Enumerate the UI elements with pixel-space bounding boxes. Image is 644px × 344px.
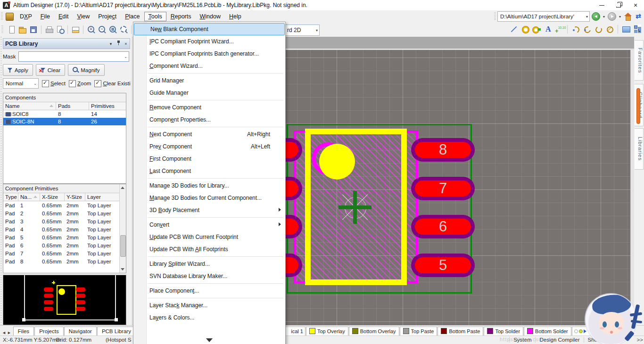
chevron-down-icon[interactable]: ▾ [314,28,319,33]
col-ysize[interactable]: Y-Size [65,193,85,201]
snap-tab[interactable]: Snap [594,327,613,336]
primitive-row-pad-2[interactable]: Pad20.65mm2mmTop Layer [3,209,126,217]
tools-menu-item-svn-database-library-maker[interactable]: SVN Database Library Maker... [133,270,285,282]
view-configuration-combo[interactable]: rd 2D ▾ [281,25,320,36]
snap-options-cluster[interactable] [572,327,594,336]
menu-tools[interactable]: Tools [144,12,166,21]
pin-icon[interactable] [115,41,122,47]
col-pads[interactable]: Pads [56,102,89,110]
mask-level-tab[interactable]: Ma [613,327,627,336]
save-document-icon[interactable] [29,25,38,34]
tools-menu-item-last-component[interactable]: Last Component [133,165,285,177]
panel-overflow-button[interactable]: >> [637,337,643,343]
layer-tab-ical-1[interactable]: ical 1 [285,327,305,336]
checkbox-select[interactable]: Select [42,80,66,87]
component-row-soic8[interactable]: SOIC8814 [3,110,126,118]
apply-button[interactable]: Apply [3,64,33,76]
place-pad-name-icon[interactable] [532,25,541,34]
arc-by-center-icon[interactable] [571,25,580,34]
tools-menu-item-new-blank-component[interactable]: New Blank Component [134,23,285,35]
tools-menu-item-place-component[interactable]: Place Component... [133,285,285,297]
place-string-icon[interactable] [543,25,553,34]
pad-7[interactable]: 7 [411,177,475,200]
tools-menu-item-grid-manager[interactable]: Grid Manager [133,74,285,87]
scroll-up-icon[interactable] [121,187,124,189]
tools-menu-item-3d-body-placement[interactable]: 3D Body Placement [133,204,285,216]
scroll-down-icon[interactable] [121,268,124,270]
chevron-down-icon[interactable]: ▾ [602,15,606,19]
tab-pcb-library[interactable]: PCB Library [97,327,136,336]
magnify-button[interactable]: Magnify [68,64,104,76]
zoom-in-icon[interactable] [86,25,96,34]
full-circle-icon[interactable] [605,25,614,34]
menu-file[interactable]: File [36,12,54,21]
chevron-down-icon[interactable]: ▾ [585,15,589,19]
col-name[interactable]: Name [3,102,56,110]
footprint-preview[interactable] [3,275,126,325]
menu-project[interactable]: Project [94,12,121,21]
window-arrange-icon[interactable] [71,25,80,34]
panel-menu-icon[interactable]: ▾ [107,41,115,46]
filter-mode-select[interactable]: Normal ⌄ [3,78,39,89]
tools-menu-item-guide-manager[interactable]: Guide Manager [133,87,285,99]
tools-menu-item-layers-colors[interactable]: Layers & Colors... [133,311,285,324]
tools-menu-item-manage-3d-bodies-for-current-component[interactable]: Manage 3D Bodies for Current Component..… [133,192,285,204]
primitive-row-pad-3[interactable]: Pad30.65mm2mmTop Layer [3,217,126,225]
layer-tab-top-solder[interactable]: Top Solder [484,327,523,336]
paste-array-icon[interactable] [633,25,642,34]
col-name[interactable]: Na... [18,193,40,201]
layer-tab-bottom-paste[interactable]: Bottom Paste [438,327,483,336]
arc-any-angle-icon[interactable] [594,25,603,34]
zoom-area-icon[interactable] [119,25,128,34]
refresh-icon[interactable] [634,12,643,21]
component-row-soic-8n[interactable]: SOIC-8N826 [3,118,126,125]
tab-scroll-left-icon[interactable]: ◄ [2,330,6,335]
col-layer[interactable]: Layer [85,193,113,201]
menu-dxp[interactable]: DXP [16,12,36,21]
mask-input[interactable]: ⌄ [18,51,129,62]
chevron-down-icon[interactable]: ▾ [618,15,622,19]
tab-projects[interactable]: Projects [34,327,64,336]
chevron-down-icon[interactable]: ⌄ [123,55,129,59]
open-document-icon[interactable] [18,25,27,34]
right-tab-libraries[interactable]: Libraries [635,128,644,170]
place-line-icon[interactable] [509,25,519,34]
tools-menu-item-component-properties[interactable]: Component Properties... [133,114,285,126]
pad-6[interactable]: 6 [411,215,475,238]
home-icon[interactable] [623,12,633,21]
dxp-icon[interactable] [6,13,14,21]
tools-menu-item-remove-component[interactable]: Remove Component [133,101,285,114]
tools-menu-item-manage-3d-bodies-for-library[interactable]: Manage 3D Bodies for Library... [133,180,285,192]
col-type[interactable]: Type [3,193,18,201]
chevron-down-icon[interactable]: ⌄ [32,82,38,86]
tools-menu-item-prev-component[interactable]: Prev ComponentAlt+Left [133,140,285,153]
pad-8[interactable]: 8 [411,138,475,162]
forward-icon[interactable] [607,12,617,21]
tools-menu-item-next-component[interactable]: Next ComponentAlt+Right [133,128,285,140]
close-icon[interactable]: × [122,41,130,46]
layer-tab-bottom-solder[interactable]: Bottom Solder [524,327,571,336]
primitive-row-pad-5[interactable]: Pad50.65mm2mmTop Layer [3,233,126,241]
layer-tab-top-overlay[interactable]: Top Overlay [306,327,348,336]
tools-menu-item-layer-stack-manager[interactable]: Layer Stack Manager... [133,299,285,311]
tools-menu-item-ipc-compliant-footprint-wizard[interactable]: IPC Compliant Footprint Wizard... [133,35,285,48]
primitive-row-pad-7[interactable]: Pad70.65mm2mmTop Layer [3,249,126,257]
checkbox-zoom[interactable]: Zoom [69,80,91,87]
menu-window[interactable]: Window [195,12,224,21]
arc-by-edge-icon[interactable] [582,25,592,34]
tools-menu-item-library-splitter-wizard[interactable]: Library Splitter Wizard... [133,258,285,270]
tools-menu-item-update-pcb-with-all-footprints[interactable]: Update PCB With All Footprints [133,243,285,255]
tab-navigator[interactable]: Navigator [64,327,97,336]
document-path-combo[interactable]: D:\Altium\AD17 project\Library' ▾ [497,11,590,22]
checkbox-clear-existi[interactable]: Clear Existi [94,80,130,87]
menu-place[interactable]: Place [121,12,144,21]
menu-view[interactable]: View [73,12,94,21]
tools-menu-item-ipc-compliant-footprints-batch-generator[interactable]: IPC Compliant Footprints Batch generator… [133,48,285,60]
tools-menu-item-update-pcb-with-current-footprint[interactable]: Update PCB With Current Footprint [133,231,285,243]
scrollbar-thumb[interactable] [120,235,126,257]
layer-tab-top-paste[interactable]: Top Paste [400,327,438,336]
pad-5[interactable]: 5 [411,254,475,277]
place-pad-icon[interactable] [520,25,530,34]
tools-menu-item-component-wizard[interactable]: Component Wizard... [133,60,285,72]
set-origin-icon[interactable] [554,25,564,34]
